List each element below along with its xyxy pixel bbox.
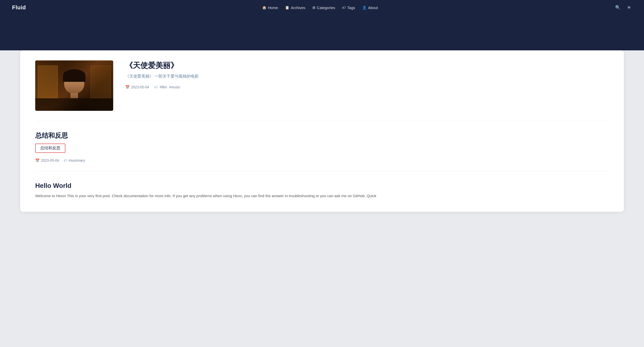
post-meta-section-amelie: 《天使爱美丽》 《天使爱美丽》 一部关于爱与孤独的电影 📅 2023-05-04…: [125, 60, 609, 89]
window-right: [91, 65, 111, 98]
window-left: [38, 65, 58, 98]
nav-label-tags: Tags: [347, 6, 355, 10]
post-date-text-summary: 2023-05-04: [41, 158, 59, 162]
post-excerpt-hello-world: Welcome to Hexo! This is your very first…: [35, 193, 609, 199]
nav-label-archives: Archives: [291, 6, 305, 10]
tag-icon-summary: 🏷: [64, 158, 67, 162]
categories-icon: ⊞: [312, 6, 315, 10]
post-thumbnail-amelie[interactable]: [35, 60, 113, 111]
search-icon: 🔍: [615, 5, 621, 10]
post-meta-amelie: 📅 2023-05-04 🏷 #film #music: [125, 85, 609, 89]
post-entry-hello-world: Hello World Welcome to Hexo! This is you…: [35, 181, 609, 199]
calendar-icon-amelie: 📅: [125, 85, 130, 89]
nav-item-home[interactable]: 🏠 Home: [262, 6, 278, 10]
face-head: [64, 71, 84, 93]
nav-label-about: About: [368, 6, 378, 10]
nav-item-about[interactable]: 👤 About: [362, 6, 378, 10]
nav-link-about[interactable]: 👤 About: [362, 6, 378, 10]
post-tags-amelie: 🏷 #film #music: [154, 85, 180, 89]
post-title-amelie[interactable]: 《天使爱美丽》: [125, 60, 609, 71]
post-date-summary: 📅 2023-05-04: [35, 158, 59, 162]
bottom-strip: [35, 98, 113, 111]
post-meta-summary: 📅 2023-05-04 🏷 #summary: [35, 158, 609, 162]
nav-link-tags[interactable]: 🏷 Tags: [342, 6, 355, 10]
post-tag-music[interactable]: #music: [169, 85, 180, 89]
theme-toggle-button[interactable]: ✳: [626, 4, 632, 11]
sun-icon: ✳: [627, 5, 631, 10]
post-tags-summary: 🏷 #summary: [64, 158, 85, 162]
site-brand[interactable]: Fluid: [12, 4, 26, 11]
calendar-icon-summary: 📅: [35, 158, 39, 162]
nav-item-tags[interactable]: 🏷 Tags: [342, 6, 355, 10]
person-icon: 👤: [362, 6, 367, 10]
nav-label-home: Home: [268, 6, 278, 10]
movie-still: [35, 60, 113, 111]
nav-item-categories[interactable]: ⊞ Categories: [312, 6, 335, 10]
archives-icon: 📋: [285, 6, 289, 10]
nav-actions: 🔍 ✳: [614, 4, 632, 11]
tags-icon: 🏷: [342, 6, 346, 10]
post-subtitle-amelie: 《天使爱美丽》 一部关于爱与孤独的电影: [125, 74, 609, 79]
tag-icon-amelie: 🏷: [154, 85, 158, 89]
content-card: 《天使爱美丽》 《天使爱美丽》 一部关于爱与孤独的电影 📅 2023-05-04…: [20, 50, 624, 212]
nav-item-archives[interactable]: 📋 Archives: [285, 6, 305, 10]
main-wrapper: 《天使爱美丽》 《天使爱美丽》 一部关于爱与孤独的电影 📅 2023-05-04…: [0, 50, 644, 222]
home-icon: 🏠: [262, 6, 266, 10]
nav-link-home[interactable]: 🏠 Home: [262, 6, 278, 10]
post-title-summary[interactable]: 总结和反思: [35, 131, 609, 140]
navigation: Fluid 🏠 Home 📋 Archives ⊞ Categories 🏷 T…: [0, 0, 644, 15]
nav-link-archives[interactable]: 📋 Archives: [285, 6, 305, 10]
nav-links: 🏠 Home 📋 Archives ⊞ Categories 🏷 Tags: [262, 6, 378, 10]
post-highlight-summary[interactable]: 总结和反思: [35, 144, 65, 153]
post-entry-amelie: 《天使爱美丽》 《天使爱美丽》 一部关于爱与孤独的电影 📅 2023-05-04…: [35, 60, 609, 121]
nav-link-categories[interactable]: ⊞ Categories: [312, 6, 335, 10]
search-button[interactable]: 🔍: [614, 4, 622, 11]
nav-label-categories: Categories: [317, 6, 335, 10]
post-date-text-amelie: 2023-05-04: [131, 85, 149, 89]
post-tag-film[interactable]: #film: [160, 85, 167, 89]
post-date-amelie: 📅 2023-05-04: [125, 85, 149, 89]
post-title-hello-world[interactable]: Hello World: [35, 182, 609, 190]
post-tag-summary[interactable]: #summary: [69, 158, 85, 162]
face-hair: [63, 69, 86, 82]
post-entry-summary: 总结和反思 总结和反思 📅 2023-05-04 🏷 #summary: [35, 131, 609, 172]
